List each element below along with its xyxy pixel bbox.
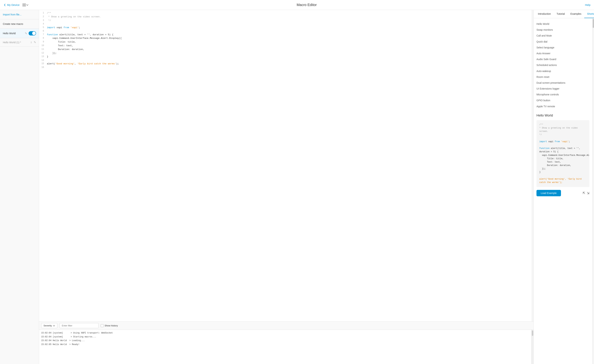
list-item[interactable]: Swap monitors xyxy=(536,27,589,33)
tab-shortcuts[interactable]: Shortcuts xyxy=(584,10,594,18)
log-line: 15:02:04 [system] > Starting macros... xyxy=(41,335,529,339)
right-panel-content: Hello World Swap monitors Call and Mute … xyxy=(534,18,592,364)
chevron-down-icon xyxy=(26,4,28,6)
code-line: 16 xyxy=(39,66,532,69)
back-label: My Device xyxy=(7,3,20,6)
list-item[interactable]: Apple TV remote xyxy=(536,104,589,109)
tab-shortcuts-label: Shortcuts xyxy=(587,13,594,15)
code-line: 12 }); xyxy=(39,52,532,55)
macro-settings-icon[interactable]: ✎ xyxy=(25,32,27,35)
tab-introduction[interactable]: Introduction xyxy=(535,10,554,18)
list-item[interactable]: Microphone controls xyxy=(536,92,589,98)
code-line: 13} xyxy=(39,55,532,59)
expand-icon[interactable]: ⇲ xyxy=(587,191,589,195)
code-editor[interactable]: 1/** 2 * Show a greeting on the video sc… xyxy=(39,10,532,321)
list-item[interactable]: Scheduled actions xyxy=(536,62,589,68)
macro-delete-icon[interactable]: ✎ xyxy=(34,41,36,44)
menu-button[interactable] xyxy=(22,3,28,7)
list-item[interactable]: Auto Answer xyxy=(536,51,589,56)
log-line: 15:02:05 Hello World > Ready! xyxy=(41,343,529,347)
sidebar: Import from file... Create new macro Hel… xyxy=(0,10,39,364)
right-panel: Introduction Tutorial Examples Shortcuts… xyxy=(534,10,594,364)
code-line: 15alert('Good morning', 'Early bird catc… xyxy=(39,62,532,66)
right-scrollbar-thumb xyxy=(593,19,594,28)
topbar-left: My Device xyxy=(4,3,28,7)
list-item[interactable]: Hello World xyxy=(536,21,589,27)
sidebar-macro-item[interactable]: Hello World ✎ xyxy=(0,29,39,38)
code-line: 10 Text: text, xyxy=(39,44,532,48)
page-title: Macro Editor xyxy=(297,3,317,7)
severity-dropdown[interactable]: Severity xyxy=(41,323,57,328)
topbar: My Device Macro Editor Help xyxy=(0,0,594,10)
main-layout: Import from file... Create new macro Hel… xyxy=(0,10,594,364)
log-content: 15:02:04 [system] > Using XAPI transport… xyxy=(39,330,531,364)
right-panel-tabs: Introduction Tutorial Examples Shortcuts xyxy=(534,10,594,18)
filter-input[interactable] xyxy=(60,323,99,328)
show-history-label[interactable]: Show history xyxy=(101,324,118,327)
list-item[interactable]: Select language xyxy=(536,45,589,51)
right-scroll-wrap: Hello World Swap monitors Call and Mute … xyxy=(534,18,594,364)
list-item[interactable]: GPIO button xyxy=(536,98,589,103)
code-line: 11 Duration: duration, xyxy=(39,48,532,52)
create-new-macro-button[interactable]: Create new macro xyxy=(0,19,39,29)
code-line: 2 * Show a greeting on the video screen. xyxy=(39,15,532,19)
severity-label: Severity xyxy=(43,324,52,327)
code-line: 7function alert(title, text = '', durati… xyxy=(39,33,532,37)
show-history-checkbox[interactable] xyxy=(101,324,103,327)
list-item[interactable]: UI Extensions logger xyxy=(536,86,589,92)
macro-controls: ✎ xyxy=(25,31,36,35)
editor-scroll-wrap: 1/** 2 * Show a greeting on the video sc… xyxy=(39,10,533,321)
log-panel: Severity Show history 15:02:04 [system] … xyxy=(39,321,533,364)
code-line: 6 xyxy=(39,29,532,33)
log-vertical-scrollbar[interactable] xyxy=(531,330,533,364)
show-history-text: Show history xyxy=(105,324,118,327)
list-item[interactable]: Dual screen presentations xyxy=(536,80,589,86)
macro-export-icon[interactable]: ⇩ xyxy=(30,41,32,44)
list-item[interactable]: Call and Mute xyxy=(536,33,589,39)
code-line: 9 Title: title, xyxy=(39,40,532,44)
log-toolbar: Severity Show history xyxy=(39,322,533,330)
example-code-block: /** * Show a greeting on the video scree… xyxy=(536,120,589,187)
code-line: 4 xyxy=(39,22,532,26)
expand-icon[interactable]: ⇱ xyxy=(583,191,585,195)
tab-introduction-label: Introduction xyxy=(538,13,551,15)
example-card-title: Hello World xyxy=(536,114,589,117)
editor-area: 1/** 2 * Show a greeting on the video sc… xyxy=(39,10,534,364)
code-line: 5import xapi from 'xapi'; xyxy=(39,26,532,30)
editor-vertical-scrollbar[interactable] xyxy=(532,10,533,321)
svg-rect-2 xyxy=(22,6,26,6)
chevron-down-icon xyxy=(53,325,55,327)
expand-icons: ⇱ ⇲ xyxy=(583,191,589,195)
list-item[interactable]: Room reset xyxy=(536,74,589,80)
log-line: 15:02:04 [system] > Using XAPI transport… xyxy=(41,331,529,335)
sidebar-macro-item[interactable]: Hello World (1) * ⇩ ✎ xyxy=(0,38,39,47)
load-example-button[interactable]: Load Example xyxy=(536,190,561,196)
examples-list: Hello World Swap monitors Call and Mute … xyxy=(536,21,589,109)
right-vertical-scrollbar[interactable] xyxy=(592,18,594,364)
tab-tutorial-label: Tutorial xyxy=(557,13,565,15)
code-line: 1/** xyxy=(39,11,532,15)
help-button[interactable]: Help xyxy=(585,3,590,6)
tab-tutorial[interactable]: Tutorial xyxy=(554,10,567,18)
list-item[interactable]: Quick dial xyxy=(536,39,589,45)
svg-rect-1 xyxy=(22,5,26,5)
chevron-left-icon xyxy=(4,4,7,6)
code-line: 14 xyxy=(39,59,532,62)
svg-rect-0 xyxy=(22,4,26,4)
macro-toggle[interactable] xyxy=(29,31,36,35)
code-line: 8 xapi.Command.UserInterface.Message.Ale… xyxy=(39,37,532,40)
back-link[interactable]: My Device xyxy=(4,3,20,6)
tab-examples[interactable]: Examples xyxy=(567,10,584,18)
macro-controls: ⇩ ✎ xyxy=(30,41,36,44)
list-item[interactable]: Audio Safe Guard xyxy=(536,56,589,62)
macro-name: Hello World xyxy=(3,32,16,35)
list-item[interactable]: Auto-wakeup xyxy=(536,68,589,74)
log-line: 15:02:04 Hello World > Loading... xyxy=(41,339,529,343)
macro-name: Hello World (1) * xyxy=(3,41,21,44)
tab-examples-label: Examples xyxy=(570,13,581,15)
log-area-wrap: 15:02:04 [system] > Using XAPI transport… xyxy=(39,330,533,364)
import-from-file-button[interactable]: Import from file... xyxy=(0,10,39,19)
log-scrollbar-thumb xyxy=(532,331,533,336)
hamburger-icon xyxy=(22,3,26,7)
code-line: 3 */ xyxy=(39,19,532,23)
